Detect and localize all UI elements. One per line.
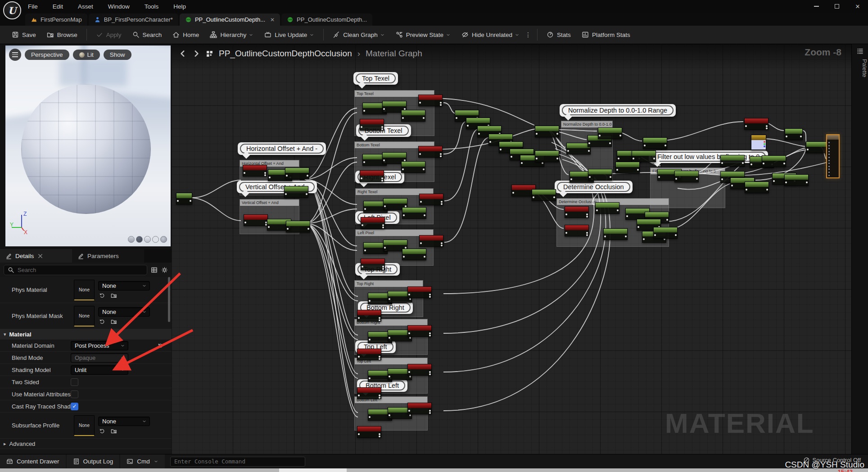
viewport-menu-button[interactable] bbox=[9, 49, 21, 61]
scene-texture-node[interactable] bbox=[244, 214, 268, 226]
menu-asset[interactable]: Asset bbox=[78, 3, 93, 10]
scene-texture-node[interactable] bbox=[357, 349, 381, 360]
console-command-input[interactable] bbox=[174, 458, 301, 465]
search-button[interactable]: Search bbox=[127, 26, 167, 44]
expression-node[interactable] bbox=[595, 202, 619, 214]
detail-row-material[interactable]: ▾Material bbox=[0, 329, 172, 340]
clean-graph-button[interactable]: Clean Graph bbox=[327, 26, 390, 44]
viewport-perspective-button[interactable]: Perspective bbox=[25, 50, 69, 60]
scene-texture-node[interactable] bbox=[357, 310, 381, 322]
asset-thumbnail[interactable]: None bbox=[74, 306, 95, 327]
nav-forward-icon[interactable] bbox=[192, 50, 200, 58]
menu-help[interactable]: Help bbox=[173, 3, 186, 10]
expression-node[interactable] bbox=[286, 221, 310, 232]
preview-shape-plane[interactable] bbox=[144, 236, 151, 243]
shading-model-dropdown[interactable]: Unlit bbox=[71, 365, 128, 375]
menu-window[interactable]: Window bbox=[108, 3, 130, 10]
expression-node[interactable] bbox=[566, 143, 591, 154]
output-log-button[interactable]: Output Log bbox=[67, 454, 120, 468]
use-selected-asset-icon[interactable] bbox=[99, 292, 105, 299]
save-button[interactable]: Save bbox=[6, 26, 41, 44]
expression-node[interactable] bbox=[653, 227, 678, 239]
close-icon[interactable]: ✕ bbox=[270, 17, 275, 23]
browse-to-asset-icon[interactable] bbox=[111, 292, 117, 299]
expression-node[interactable] bbox=[632, 150, 656, 162]
expression-node[interactable] bbox=[176, 193, 192, 204]
scene-texture-node[interactable] bbox=[407, 403, 432, 414]
maximize-button[interactable] bbox=[827, 0, 847, 13]
expression-node[interactable] bbox=[762, 155, 786, 167]
gear-icon[interactable] bbox=[161, 267, 168, 273]
scene-texture-node[interactable] bbox=[565, 225, 589, 236]
content-drawer-button[interactable]: Content Drawer bbox=[0, 454, 66, 468]
scene-texture-node[interactable] bbox=[419, 194, 443, 205]
expression-node[interactable] bbox=[588, 169, 612, 181]
preview-shape-cylinder[interactable] bbox=[128, 236, 135, 243]
comment-bubble-normalize-depth-to-0-0-1-0-range[interactable]: Normalize Depth to 0.0-1.0 Range bbox=[560, 104, 676, 117]
expression-node[interactable] bbox=[284, 186, 308, 198]
stats-button[interactable]: Stats bbox=[541, 26, 576, 44]
expression-node[interactable] bbox=[598, 127, 622, 139]
subsurface-profile-dropdown[interactable]: None bbox=[98, 417, 150, 426]
material-domain-dropdown[interactable]: Post Process bbox=[71, 341, 128, 350]
scene-texture-node[interactable] bbox=[744, 118, 769, 130]
nav-back-icon[interactable] bbox=[179, 50, 187, 58]
reset-to-default-icon[interactable] bbox=[158, 343, 163, 349]
scene-texture-node[interactable] bbox=[357, 426, 381, 438]
expression-node[interactable] bbox=[745, 182, 769, 193]
use-selected-asset-icon[interactable] bbox=[99, 428, 105, 434]
scene-texture-node[interactable] bbox=[407, 286, 432, 298]
asset-thumbnail[interactable]: None bbox=[74, 280, 95, 300]
phys-material-mask-dropdown[interactable]: None bbox=[98, 307, 150, 317]
comment-bubble-horizontal-offset-and[interactable]: Horizontal Offset + And - bbox=[238, 142, 326, 155]
tab-parameters[interactable]: Parameters bbox=[72, 249, 144, 263]
expression-node[interactable] bbox=[401, 161, 425, 173]
menu-edit[interactable]: Edit bbox=[53, 3, 63, 10]
expression-node[interactable] bbox=[720, 155, 745, 167]
hide-unrelated-button[interactable]: Hide Unrelated bbox=[456, 26, 525, 44]
preview-shape-mesh[interactable] bbox=[160, 236, 167, 243]
asset-tab-pp-outlinecustomdepth[interactable]: PP_OutlineCustomDepth... bbox=[281, 14, 372, 26]
constant-color-node[interactable] bbox=[751, 135, 766, 150]
expression-node[interactable] bbox=[532, 189, 556, 201]
scene-texture-node[interactable] bbox=[361, 259, 385, 270]
two-sided-checkbox[interactable] bbox=[71, 378, 78, 386]
live-update-button[interactable]: Live Update bbox=[259, 26, 320, 44]
menu-tools[interactable]: Tools bbox=[145, 3, 159, 10]
preview-viewport[interactable]: PerspectiveLitShow Z Y X bbox=[5, 45, 171, 246]
comment-bubble-top-texel[interactable]: Top Texel bbox=[353, 72, 398, 85]
scene-texture-node[interactable] bbox=[418, 146, 443, 158]
scene-texture-node[interactable] bbox=[361, 217, 385, 229]
asset-tab-firstpersonmap[interactable]: FirstPersonMap bbox=[25, 14, 87, 26]
expression-node[interactable] bbox=[535, 150, 559, 162]
cast-ray-traced-shad-checkbox[interactable]: ✓ bbox=[71, 403, 78, 410]
scene-texture-node[interactable] bbox=[357, 387, 381, 399]
tab-details[interactable]: Details bbox=[0, 249, 72, 263]
scene-texture-node[interactable] bbox=[243, 165, 267, 177]
display-filter-icon[interactable] bbox=[151, 267, 158, 273]
browse-to-asset-icon[interactable] bbox=[111, 428, 117, 434]
expression-node[interactable] bbox=[643, 137, 667, 149]
home-button[interactable]: Home bbox=[167, 26, 204, 44]
expression-node[interactable] bbox=[615, 162, 640, 173]
cmd-button[interactable]: Cmd bbox=[120, 454, 165, 468]
expression-node[interactable] bbox=[402, 207, 426, 219]
expression-node[interactable] bbox=[603, 228, 628, 240]
scene-texture-node[interactable] bbox=[407, 325, 432, 337]
preview-shape-sphere[interactable] bbox=[136, 236, 143, 243]
scene-texture-node[interactable] bbox=[360, 119, 384, 131]
browse-to-asset-icon[interactable] bbox=[111, 318, 117, 325]
platform-stats-button[interactable]: Platform Stats bbox=[576, 26, 636, 44]
asset-thumbnail[interactable]: None bbox=[74, 415, 95, 436]
scene-texture-node[interactable] bbox=[360, 170, 384, 182]
hierarchy-button[interactable]: Hierarchy bbox=[204, 26, 259, 44]
expression-node[interactable] bbox=[285, 168, 309, 179]
close-icon[interactable] bbox=[37, 253, 44, 259]
expression-node[interactable] bbox=[784, 174, 809, 186]
breadcrumb-asset[interactable]: PP_OutlineCustomDepthOcclusion bbox=[219, 49, 352, 59]
apply-button[interactable]: Apply bbox=[90, 26, 127, 44]
blend-mode-dropdown[interactable]: Opaque bbox=[71, 353, 128, 363]
viewport-lit-button[interactable]: Lit bbox=[73, 50, 100, 60]
details-scrollbar[interactable] bbox=[168, 277, 170, 322]
asset-tab-pp-outlinecustomdepth[interactable]: PP_OutlineCustomDepth...✕ bbox=[180, 14, 280, 26]
